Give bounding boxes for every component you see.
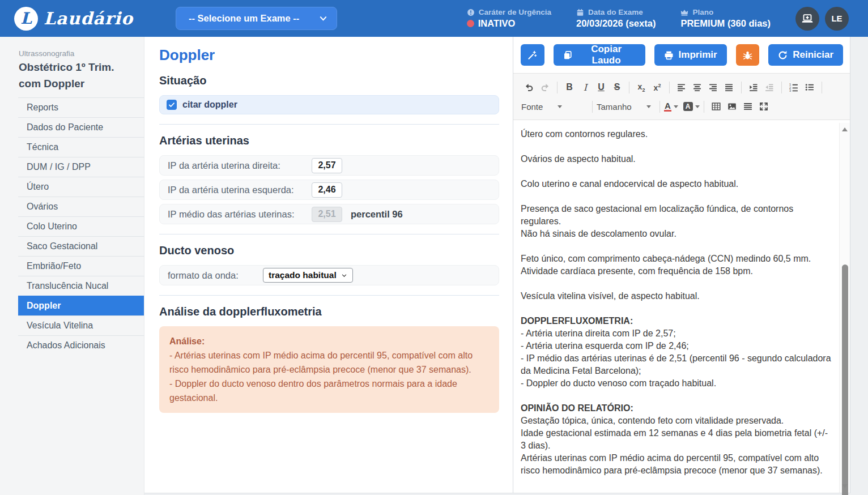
sidebar-item-ovarios[interactable]: Ovários [18,197,144,216]
ip-arteria-uterina-esquerda-input[interactable] [312,182,342,198]
bug-report-button[interactable] [736,44,760,66]
sidebar-item-saco-gestacional[interactable]: Saco Gestacional [18,236,144,256]
analysis-line: - Artérias uterinas com IP médio acima d… [169,348,489,377]
report-paragraph: Ovários de aspecto habitual. [521,153,832,165]
ip-arteria-uterina-direita-row: IP da artéria uterina direita: [159,155,499,176]
strike-button[interactable]: S [609,80,625,95]
bold-button[interactable]: B [561,80,577,95]
workstation-button[interactable] [795,7,819,31]
copy-icon [563,50,572,60]
ip-arteria-uterina-direita-input[interactable] [312,158,342,173]
sidebar-item-dados-do-paciente[interactable]: Dados do Paciente [18,117,144,137]
font-size-label: Tamanho [597,102,632,112]
sidebar-item-reports[interactable]: Reports [18,97,144,117]
report-editor[interactable]: Útero com contornos regulares.Ovários de… [513,123,839,493]
exclamation-circle-icon [467,8,475,16]
editor-scrollbar[interactable] [839,123,850,493]
urgency-label: Caráter de Urgência [479,8,551,16]
italic-button[interactable]: I [577,80,593,95]
unordered-list-icon [805,83,814,92]
formato-onda-select[interactable]: traçado habitual [263,268,353,283]
unordered-list-button[interactable] [802,80,818,95]
ordered-list-button[interactable]: 123 [786,80,802,95]
sidebar-item-embriao-feto[interactable]: Embrião/Feto [18,256,144,276]
checkbox-checked-icon[interactable] [167,100,177,110]
highlight-color-button[interactable]: A [683,102,700,111]
magic-wand-button[interactable] [521,44,544,66]
exam-date-value: 20/03/2026 (sexta) [576,18,656,29]
reset-button[interactable]: Reiniciar [768,44,843,66]
line-height-button[interactable] [740,99,756,114]
chevron-down-icon [341,272,347,279]
ducto-heading: Ducto venoso [159,244,499,257]
urgency-block: Caráter de Urgência INATIVO [467,8,551,29]
sidebar-item-utero[interactable]: Útero [18,177,144,197]
copy-report-button[interactable]: Copiar Laudo [554,44,645,66]
align-right-icon [709,83,718,92]
print-label: Imprimir [679,49,717,61]
insert-table-button[interactable] [708,99,724,114]
superscript-button[interactable]: x2 [649,80,665,95]
scroll-down-arrow-icon[interactable] [842,484,848,488]
toolbar-separator [822,82,822,93]
formato-onda-row: formato da onda: traçado habitual [159,265,499,285]
toolbar-separator [629,82,629,93]
toolbar-separator [669,82,670,93]
font-family-select[interactable]: Fonte [521,102,588,112]
analise-heading: Análise da dopplerfluxometria [159,305,499,318]
avatar[interactable]: LE [825,7,849,31]
analysis-lines: - Artérias uterinas com IP médio acima d… [169,348,489,405]
exam-date-label: Data do Exame [588,8,643,16]
redo-icon [541,83,550,92]
sidebar-category: Ultrassonografia [19,49,144,58]
sidebar-item-doppler[interactable]: Doppler [18,296,144,315]
sidebar-item-colo-uterino[interactable]: Colo Uterino [18,216,144,236]
print-button[interactable]: Imprimir [654,44,727,66]
ip-arteria-uterina-esquerda-row: IP da artéria uterina esquerda: [159,180,499,200]
formato-onda-label: formato da onda: [168,270,263,281]
report-paragraph: Colo uterino e canal endocervical de asp… [521,178,832,190]
form-panel: Doppler Situação citar doppler Artérias … [144,37,513,493]
app-header: L Laudário -- Selecione um Exame -- Cará… [0,0,868,37]
font-size-select[interactable]: Tamanho [597,102,656,112]
arterias-heading: Artérias uterinas [159,134,499,147]
undo-button[interactable] [521,80,537,95]
sidebar-item-achados-adicionais[interactable]: Achados Adicionais [18,335,144,355]
ip-medio-arterias-uterinas-percentile: percentil 96 [351,209,403,220]
reset-label: Reiniciar [793,49,833,61]
sidebar-item-vesicula-vitelina[interactable]: Vesícula Vitelina [18,315,144,335]
text-color-button[interactable]: A [664,102,678,112]
page-title: Doppler [159,46,499,64]
analysis-box: Análise: - Artérias uterinas com IP médi… [159,326,499,413]
divider [159,124,499,125]
underline-button[interactable]: U [593,80,609,95]
ordered-list-icon: 123 [789,83,798,92]
sidebar-item-translucencia-nucal[interactable]: Translucência Nucal [18,276,144,296]
app-logo[interactable]: L Laudário [14,7,133,31]
arterias-fields: IP da artéria uterina direita:IP da arté… [159,155,499,224]
align-left-button[interactable] [674,80,690,95]
toolbar-separator [781,82,782,93]
ip-medio-arterias-uterinas-row: IP médio das artérias uterinas:percentil… [159,204,499,224]
sidebar-item-dum-ig-dpp[interactable]: DUM / IG / DPP [18,157,144,177]
copy-report-label: Copiar Laudo [577,44,636,66]
scroll-up-arrow-icon[interactable] [842,127,848,131]
fullscreen-button[interactable] [756,99,772,114]
report-paragraph: Útero com contornos regulares. [521,128,832,140]
align-center-button[interactable] [690,80,705,95]
ip-medio-arterias-uterinas-label: IP médio das artérias uterinas: [168,209,312,220]
insert-image-button[interactable] [724,99,740,114]
analysis-line: - Doppler do ducto venoso dentro dos par… [169,377,489,405]
report-button-bar: Copiar Laudo Imprimir Reiniciar [513,37,850,73]
exam-select[interactable]: -- Selecione um Exame -- [176,7,337,30]
plan-block: Plano PREMIUM (360 dias) [680,8,771,29]
citar-doppler-checkbox-row[interactable]: citar doppler [159,95,499,114]
ip-arteria-uterina-esquerda-label: IP da artéria uterina esquerda: [168,185,312,195]
subscript-button[interactable]: x2 [633,80,649,95]
indent-button[interactable] [746,80,761,95]
align-right-button[interactable] [705,80,721,95]
justify-button[interactable] [721,80,737,95]
sidebar-item-tecnica[interactable]: Técnica [18,137,144,157]
logo-text: Laudário [44,8,133,28]
scrollbar-thumb[interactable] [842,264,848,495]
